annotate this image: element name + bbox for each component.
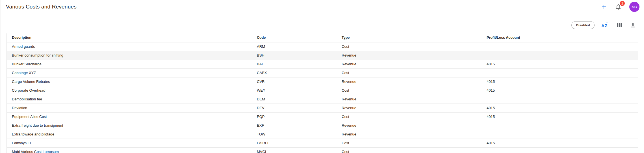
table-row[interactable]: Mabl Various Cost Lumpsum MVCL Cost	[7, 147, 638, 153]
cell-code: DEV	[252, 104, 337, 112]
cell-pl-account: 4015	[482, 112, 638, 121]
cell-code: FAIRFI	[252, 139, 337, 147]
table-header-row: Description Code Type Profit/Loss Accoun…	[7, 33, 638, 42]
table-row[interactable]: Corporate Overhead WEY Cost 4015	[7, 86, 638, 95]
cell-type: Revenue	[337, 77, 482, 86]
notification-badge: 1	[620, 1, 625, 6]
cell-code: BSH	[252, 51, 337, 60]
cell-description: Mabl Various Cost Lumpsum	[7, 147, 252, 153]
cell-pl-account: 4015	[482, 60, 638, 68]
download-button[interactable]	[630, 22, 636, 29]
cell-code: WEY	[252, 86, 337, 95]
table-row[interactable]: Bunker Surcharge BAF Revenue 4015	[7, 60, 638, 68]
column-header-type[interactable]: Type	[337, 33, 482, 42]
cell-code: EXF	[252, 121, 337, 130]
table-row[interactable]: Extra towage and pilotage TOW Revenue	[7, 130, 638, 139]
cell-description: Extra towage and pilotage	[7, 130, 252, 139]
table-row[interactable]: Bunker consumption for shifting BSH Reve…	[7, 51, 638, 60]
disabled-filter-chip[interactable]: Disabled	[571, 21, 595, 29]
app-header: Various Costs and Revenues 1 SC	[1, 0, 644, 17]
download-icon	[630, 22, 636, 28]
cell-code: CABX	[252, 68, 337, 77]
table-card: Description Code Type Profit/Loss Accoun…	[6, 33, 638, 153]
cell-type: Revenue	[337, 130, 482, 139]
cell-code: TOW	[252, 130, 337, 139]
cell-type: Revenue	[337, 51, 482, 60]
cell-description: Equipment Alloc Cost	[7, 112, 252, 121]
cell-description: Deviation	[7, 104, 252, 112]
sort-alphabetical-button[interactable]: A Z	[601, 22, 609, 29]
cell-type: Cost	[337, 139, 482, 147]
column-header-pl-account[interactable]: Profit/Loss Account	[482, 33, 638, 42]
plus-icon	[600, 3, 607, 10]
cell-description: Cargo Volume Rebates	[7, 77, 252, 86]
costs-revenues-table: Description Code Type Profit/Loss Accoun…	[7, 33, 638, 153]
cell-description: Corporate Overhead	[7, 86, 252, 95]
cell-description: Bunker Surcharge	[7, 60, 252, 68]
cell-description: Demobilisation fee	[7, 95, 252, 104]
cell-type: Cost	[337, 86, 482, 95]
table-row[interactable]: Cargo Volume Rebates CVR Revenue 4015	[7, 77, 638, 86]
column-settings-button[interactable]	[616, 22, 623, 29]
table-row[interactable]: Fairways FI FAIRFI Cost 4015	[7, 139, 638, 147]
cell-type: Cost	[337, 112, 482, 121]
cell-pl-account	[482, 51, 638, 60]
cell-type: Cost	[337, 147, 482, 153]
cell-pl-account	[482, 42, 638, 51]
cell-code: BAF	[252, 60, 337, 68]
cell-description: Cabotage XYZ	[7, 68, 252, 77]
table-row[interactable]: Armed guards ARM Cost	[7, 42, 638, 51]
table-row[interactable]: Demobilisation fee DEM Revenue	[7, 95, 638, 104]
column-header-description[interactable]: Description	[7, 33, 252, 42]
cell-code: ARM	[252, 42, 337, 51]
table-body: Armed guards ARM Cost Bunker consumption…	[7, 42, 638, 153]
cell-pl-account: 4015	[482, 86, 638, 95]
notifications-button[interactable]: 1	[615, 3, 622, 10]
add-button[interactable]	[600, 3, 607, 10]
header-actions: 1 SC	[600, 2, 639, 12]
column-header-code[interactable]: Code	[252, 33, 337, 42]
cell-type: Revenue	[337, 104, 482, 112]
table-row[interactable]: Deviation DEV Revenue 4015	[7, 104, 638, 112]
svg-text:A: A	[601, 23, 604, 28]
table-toolbar: Disabled A Z	[1, 17, 644, 33]
cell-type: Revenue	[337, 121, 482, 130]
cell-pl-account	[482, 121, 638, 130]
cell-code: CVR	[252, 77, 337, 86]
columns-icon	[616, 22, 623, 28]
cell-pl-account	[482, 130, 638, 139]
cell-pl-account: 4015	[482, 104, 638, 112]
cell-pl-account: 4015	[482, 77, 638, 86]
sort-alphabetical-icon: A Z	[601, 22, 609, 29]
cell-code: EQP	[252, 112, 337, 121]
cell-code: DEM	[252, 95, 337, 104]
cell-description: Extra freight due to transipment	[7, 121, 252, 130]
cell-type: Cost	[337, 68, 482, 77]
table-row[interactable]: Extra freight due to transipment EXF Rev…	[7, 121, 638, 130]
cell-code: MVCL	[252, 147, 337, 153]
page: Various Costs and Revenues 1 SC Disabled…	[1, 0, 644, 153]
cell-pl-account	[482, 95, 638, 104]
cell-description: Armed guards	[7, 42, 252, 51]
avatar[interactable]: SC	[629, 2, 639, 12]
cell-pl-account: 4015	[482, 139, 638, 147]
cell-description: Bunker consumption for shifting	[7, 51, 252, 60]
cell-pl-account	[482, 68, 638, 77]
cell-pl-account	[482, 147, 638, 153]
table-row[interactable]: Cabotage XYZ CABX Cost	[7, 68, 638, 77]
cell-type: Cost	[337, 42, 482, 51]
page-title: Various Costs and Revenues	[6, 4, 77, 10]
cell-type: Revenue	[337, 60, 482, 68]
table-row[interactable]: Equipment Alloc Cost EQP Cost 4015	[7, 112, 638, 121]
cell-type: Revenue	[337, 95, 482, 104]
cell-description: Fairways FI	[7, 139, 252, 147]
svg-text:Z: Z	[605, 23, 607, 28]
